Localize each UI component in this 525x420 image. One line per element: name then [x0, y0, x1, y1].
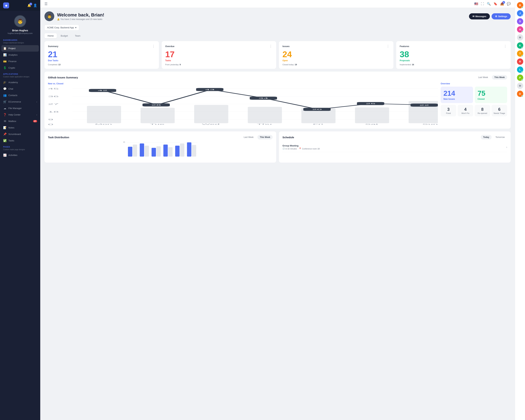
tab-home[interactable]: Home [45, 33, 57, 38]
card-menu-button[interactable]: ⋮ [269, 44, 273, 48]
search-button[interactable]: 🔍 [487, 2, 491, 6]
task-last-week-button[interactable]: Last Week [241, 135, 256, 140]
stat-wontfix: 4 Won't Fix [458, 105, 473, 116]
right-avatar-3[interactable]: S [517, 18, 523, 25]
sidebar-item-crypto[interactable]: 💲 Crypto [0, 65, 40, 71]
sidebar-item-label: Notes [8, 126, 14, 129]
new-issues-number: 214 [443, 89, 455, 97]
online-indicator [522, 31, 523, 32]
settings-button[interactable]: ⚙ Settings [492, 13, 511, 19]
card-menu-button[interactable]: ⋮ [152, 44, 155, 48]
sidebar-item-contacts[interactable]: 👥 Contacts [0, 92, 40, 99]
stat-triage: 6 Needs Triage [492, 105, 507, 116]
right-avatar-2[interactable]: J [517, 10, 523, 17]
today-button[interactable]: Today [481, 135, 492, 140]
user-menu-button[interactable]: 👤 [33, 3, 37, 7]
svg-rect-51 [175, 146, 179, 157]
right-avatar-6[interactable]: K [517, 42, 523, 49]
sidebar: ◆ 🔔 3 👤 👨 Brian Hughes hughes.brian@comp… [0, 0, 40, 420]
menu-button[interactable]: ☰ [45, 2, 47, 6]
week-toggles: Last Week This Week [476, 75, 507, 80]
flag-button[interactable]: 🇺🇸 [474, 2, 478, 6]
sidebar-item-label: Mailbox [8, 120, 16, 122]
right-avatar-1[interactable]: B [517, 2, 523, 8]
messages-button[interactable]: ✉ Messages [469, 13, 490, 19]
welcome-left: 👨 Welcome back, Brian! 🔔 You have 2 new … [45, 11, 104, 21]
notification-badge: 3 [29, 3, 32, 5]
applications-label: APPLICATIONS [0, 71, 40, 76]
card-title: Issues [282, 45, 290, 48]
sidebar-item-tasks[interactable]: ✅ Tasks [0, 137, 40, 144]
right-avatar-10[interactable]: P [517, 75, 523, 81]
sidebar-item-mailbox[interactable]: ✉ Mailbox 27 [0, 118, 40, 124]
project-selector[interactable]: ACME Corp. Backend App ▾ [45, 25, 79, 30]
right-avatar-4[interactable]: A [517, 26, 523, 33]
this-week-button[interactable]: This Week [492, 75, 507, 80]
crypto-icon: 💲 [3, 66, 7, 69]
notifications-button[interactable]: 🔔 3 [27, 3, 31, 7]
bookmark-button[interactable]: 🔖 [494, 2, 497, 6]
right-avatar-8[interactable]: R [517, 58, 523, 65]
svg-text:20: 20 [312, 108, 322, 110]
svg-rect-53 [187, 142, 191, 157]
svg-text:Mon: Mon [95, 123, 112, 125]
pages-sub: Custom made page designs [0, 149, 40, 152]
sidebar-item-helpcenter[interactable]: ❓ Help Center › [0, 112, 40, 118]
sidebar-item-analytics[interactable]: 📊 Analytics [0, 52, 40, 58]
sidebar-item-chat[interactable]: 💬 Chat [0, 85, 40, 92]
svg-rect-50 [168, 147, 173, 157]
inbox-badge: 5 [502, 1, 505, 4]
github-section-header: Github Issues Summary Last Week This Wee… [48, 75, 507, 80]
welcome-text: Welcome back, Brian! 🔔 You have 2 new me… [57, 12, 104, 20]
last-week-button[interactable]: Last Week [476, 75, 490, 80]
github-body: New vs. Closed 45 36 27 18 9 0 [48, 83, 507, 125]
svg-rect-45 [140, 143, 144, 157]
tab-team[interactable]: Team [72, 33, 84, 38]
svg-text:0: 0 [48, 123, 53, 125]
right-avatar-11[interactable]: M [517, 83, 523, 89]
sidebar-item-filemanager[interactable]: ☁ File Manager [0, 105, 40, 112]
content-area: 👨 Welcome back, Brian! 🔔 You have 2 new … [40, 8, 515, 420]
task-this-week-button[interactable]: This Week [257, 135, 273, 140]
tomorrow-button[interactable]: Tomorrow [493, 135, 507, 140]
right-avatar-9[interactable]: L [517, 66, 523, 73]
svg-rect-14 [248, 107, 282, 123]
stat-wontfix-label: Won't Fix [459, 112, 472, 114]
topbar: ☰ 🇺🇸 ⛶ 🔍 🔖 📥 5 💬 [40, 0, 515, 8]
online-indicator [522, 71, 523, 73]
sidebar-item-activities[interactable]: 📈 Activities [0, 152, 40, 158]
sidebar-item-academy[interactable]: 🎓 Academy [0, 79, 40, 85]
welcome-actions: ✉ Messages ⚙ Settings [469, 13, 511, 19]
inbox-button[interactable]: 📥 5 [500, 2, 504, 6]
app-logo[interactable]: ◆ [3, 2, 9, 8]
card-menu-button[interactable]: ⋮ [504, 44, 507, 48]
schedule-chevron-icon[interactable]: › [506, 146, 507, 149]
dashboards-sub: Unique dashboard designs [0, 42, 40, 45]
sidebar-item-ecommerce[interactable]: 🛒 ECommerce › [0, 99, 40, 105]
helpcenter-icon: ❓ [3, 113, 7, 116]
sidebar-item-project[interactable]: 📋 Project [1, 45, 39, 52]
sidebar-item-notes[interactable]: 📝 Notes [0, 124, 40, 131]
card-menu-button[interactable]: ⋮ [386, 44, 390, 48]
svg-text:9: 9 [48, 119, 53, 121]
sidebar-item-finance[interactable]: 💳 Finance [0, 58, 40, 65]
svg-text:Sat: Sat [365, 123, 378, 125]
overview-top: 214 New Issues 75 Closed [441, 87, 507, 103]
right-avatar-7[interactable]: T [517, 50, 523, 57]
svg-text:22: 22 [419, 104, 429, 106]
card-header: Features ⋮ [400, 44, 507, 48]
card-header: Issues ⋮ [282, 44, 390, 48]
right-avatar-12[interactable]: D [517, 91, 523, 97]
svg-text:45: 45 [48, 88, 59, 90]
github-issues-section: Github Issues Summary Last Week This Wee… [45, 72, 511, 129]
expand-button[interactable]: ⛶ [481, 2, 484, 6]
sidebar-item-scrumboard[interactable]: 📌 Scrumboard [0, 131, 40, 137]
right-avatar-5[interactable]: M [517, 34, 523, 41]
chat-button[interactable]: 💬 [507, 2, 511, 6]
welcome-section: 👨 Welcome back, Brian! 🔔 You have 2 new … [45, 11, 511, 21]
tab-budget[interactable]: Budget [57, 33, 71, 38]
svg-text:27: 27 [48, 103, 59, 105]
sidebar-item-label: Chat [8, 87, 13, 90]
svg-text:28: 28 [151, 104, 161, 106]
online-indicator [522, 15, 523, 16]
